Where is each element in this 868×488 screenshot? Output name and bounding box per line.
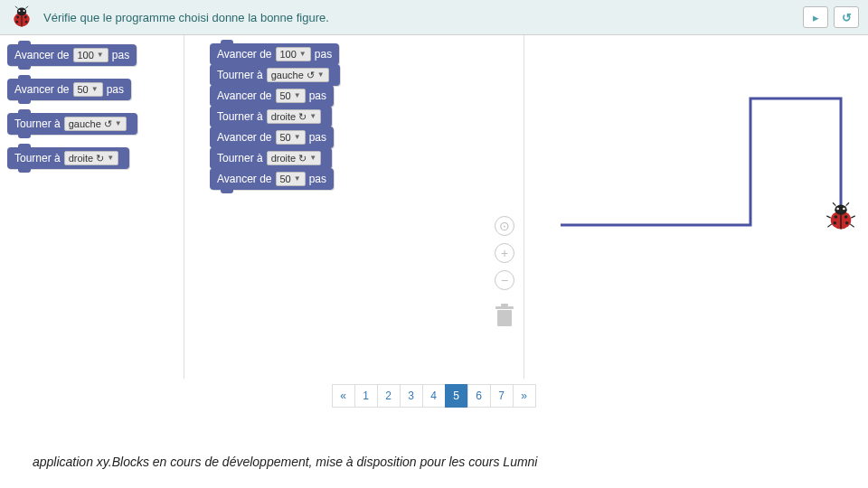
page-next[interactable]: » bbox=[513, 384, 536, 408]
page-3[interactable]: 3 bbox=[400, 384, 423, 408]
block-label: Avancer de bbox=[217, 173, 272, 185]
plus-icon: + bbox=[501, 246, 508, 260]
page-4[interactable]: 4 bbox=[422, 384, 446, 408]
block-label: Avancer de bbox=[14, 49, 70, 61]
dd-value: 50 bbox=[280, 131, 291, 144]
stage-canvas bbox=[524, 35, 868, 379]
caret-icon: ▼ bbox=[97, 49, 104, 61]
svg-point-19 bbox=[833, 221, 836, 225]
reset-icon: ↺ bbox=[842, 11, 852, 24]
palette-block-advance-50[interactable]: Avancer de 50▼ pas bbox=[7, 79, 131, 100]
pagination: « 1 2 3 4 5 6 7 » bbox=[0, 384, 868, 408]
value-dropdown[interactable]: droite ↻▼ bbox=[267, 109, 322, 124]
zoom-out-button[interactable]: − bbox=[495, 270, 514, 290]
caret-icon: ▼ bbox=[115, 117, 122, 130]
svg-point-7 bbox=[18, 10, 20, 12]
main-area: Avancer de 100▼ pas Avancer de 50▼ pas T… bbox=[0, 35, 868, 379]
svg-line-26 bbox=[851, 216, 855, 218]
value-dropdown[interactable]: 100▼ bbox=[73, 48, 108, 62]
dd-value: gauche ↺ bbox=[271, 69, 315, 81]
page-1[interactable]: 1 bbox=[354, 384, 378, 408]
page-2[interactable]: 2 bbox=[377, 384, 401, 408]
svg-line-9 bbox=[15, 6, 18, 9]
svg-point-4 bbox=[24, 16, 27, 19]
block-suffix: pas bbox=[107, 83, 124, 96]
block-label: Tourner à bbox=[14, 117, 61, 130]
caret-icon: ▼ bbox=[294, 173, 301, 185]
block-suffix: pas bbox=[315, 48, 332, 61]
page-prev[interactable]: « bbox=[332, 384, 355, 408]
value-dropdown[interactable]: 100▼ bbox=[276, 47, 311, 61]
svg-line-27 bbox=[827, 224, 832, 227]
caret-icon: ▼ bbox=[309, 110, 316, 123]
caret-icon: ▼ bbox=[91, 83, 99, 96]
value-dropdown[interactable]: 50▼ bbox=[73, 82, 103, 97]
svg-point-8 bbox=[24, 10, 25, 12]
svg-line-25 bbox=[826, 216, 831, 218]
caret-icon: ▼ bbox=[294, 131, 301, 144]
dd-value: droite ↻ bbox=[271, 152, 307, 164]
block-label: Avancer de bbox=[14, 83, 70, 96]
block-palette: Avancer de 100▼ pas Avancer de 50▼ pas T… bbox=[0, 35, 184, 379]
dd-value: 100 bbox=[280, 48, 297, 61]
svg-line-10 bbox=[25, 6, 28, 9]
reset-button[interactable]: ↺ bbox=[834, 6, 859, 28]
page-6[interactable]: 6 bbox=[467, 384, 491, 408]
svg-line-23 bbox=[833, 202, 835, 205]
play-button[interactable]: ▸ bbox=[803, 6, 828, 28]
value-dropdown[interactable]: 50▼ bbox=[276, 172, 306, 186]
value-dropdown[interactable]: gauche ↺▼ bbox=[64, 117, 127, 131]
block-label: Avancer de bbox=[217, 48, 272, 61]
value-dropdown[interactable]: droite ↻▼ bbox=[267, 151, 322, 165]
block-suffix: pas bbox=[112, 49, 129, 61]
zoom-in-button[interactable]: + bbox=[495, 243, 514, 263]
dd-value: 50 bbox=[280, 89, 291, 102]
page-5[interactable]: 5 bbox=[445, 384, 468, 408]
dd-value: 100 bbox=[78, 49, 94, 61]
block-suffix: pas bbox=[309, 131, 326, 144]
svg-line-24 bbox=[846, 202, 849, 205]
dd-value: gauche ↺ bbox=[69, 117, 112, 130]
svg-point-3 bbox=[16, 16, 19, 19]
block-label: Tourner à bbox=[217, 110, 263, 123]
target-icon: ⊙ bbox=[499, 219, 510, 233]
palette-block-turn-right[interactable]: Tourner à droite ↻▼ bbox=[7, 147, 129, 169]
value-dropdown[interactable]: droite ↻▼ bbox=[64, 151, 119, 165]
caret-icon: ▼ bbox=[107, 152, 114, 164]
header-bar: Vérifie que le programme choisi donne la… bbox=[0, 0, 868, 35]
ladybug-icon bbox=[9, 5, 34, 29]
block-label: Avancer de bbox=[217, 131, 272, 144]
block-label: Avancer de bbox=[217, 89, 272, 102]
trash-icon[interactable] bbox=[493, 303, 516, 328]
block-suffix: pas bbox=[309, 89, 326, 102]
svg-point-22 bbox=[843, 208, 845, 211]
program-stack[interactable]: Avancer de100▼pas Tourner àgauche ↺▼ Ava… bbox=[210, 44, 340, 190]
palette-block-advance-100[interactable]: Avancer de 100▼ pas bbox=[7, 44, 137, 66]
caret-icon: ▼ bbox=[299, 48, 307, 61]
instruction-text: Vérifie que le programme choisi donne la… bbox=[43, 11, 797, 24]
page-7[interactable]: 7 bbox=[490, 384, 514, 408]
caret-icon: ▼ bbox=[317, 69, 325, 81]
block-label: Tourner à bbox=[14, 152, 61, 164]
minus-icon: − bbox=[501, 273, 508, 287]
workspace-tools: ⊙ + − bbox=[493, 216, 516, 328]
svg-point-21 bbox=[836, 208, 839, 211]
value-dropdown[interactable]: gauche ↺▼ bbox=[267, 68, 329, 82]
dd-value: 50 bbox=[78, 83, 89, 96]
svg-point-5 bbox=[15, 21, 18, 23]
svg-point-6 bbox=[25, 21, 28, 23]
ws-block[interactable]: Avancer de50▼pas bbox=[210, 168, 334, 190]
play-icon: ▸ bbox=[813, 11, 819, 24]
drawing-path bbox=[524, 35, 868, 379]
workspace[interactable]: Avancer de100▼pas Tourner àgauche ↺▼ Ava… bbox=[184, 35, 524, 379]
svg-rect-11 bbox=[497, 310, 512, 326]
svg-rect-13 bbox=[501, 304, 508, 306]
svg-line-28 bbox=[850, 224, 854, 227]
value-dropdown[interactable]: 50▼ bbox=[276, 130, 306, 145]
ladybug-sprite bbox=[825, 202, 857, 232]
dd-value: droite ↻ bbox=[69, 152, 105, 164]
value-dropdown[interactable]: 50▼ bbox=[276, 89, 306, 103]
palette-block-turn-left[interactable]: Tourner à gauche ↺▼ bbox=[7, 113, 137, 135]
center-button[interactable]: ⊙ bbox=[495, 216, 514, 236]
block-label: Tourner à bbox=[217, 69, 263, 81]
